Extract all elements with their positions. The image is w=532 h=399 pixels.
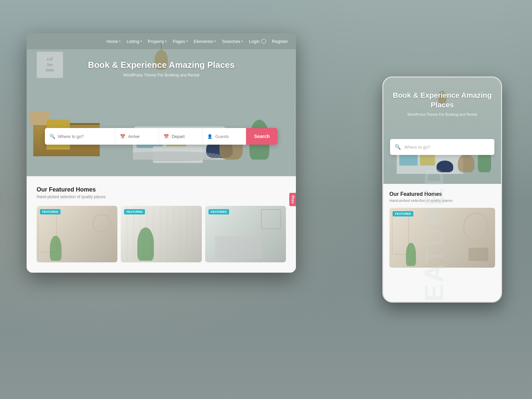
featured-card-3[interactable]: FEATURED bbox=[205, 206, 286, 262]
mobile-search-text: Where to go? bbox=[404, 145, 430, 150]
nav-elementor[interactable]: Elementor ▾ bbox=[194, 39, 216, 44]
featured-badge: FEATURED bbox=[40, 209, 61, 214]
arrive-label: Arrive bbox=[128, 134, 139, 139]
nav-register[interactable]: Register bbox=[272, 39, 288, 44]
featured-title: Our Featured Homes bbox=[37, 186, 286, 193]
card-plant bbox=[50, 236, 62, 261]
chevron-down-icon: ▾ bbox=[186, 40, 188, 43]
nav-listing[interactable]: Listing ▾ bbox=[127, 39, 142, 44]
nav-pages[interactable]: Pages ▾ bbox=[173, 39, 188, 44]
mobile-hero-text: Book & Experience Amazing Places WordPre… bbox=[383, 91, 501, 123]
search-icon: 🔍 bbox=[50, 134, 55, 139]
card-artwork bbox=[261, 209, 281, 229]
calendar-icon: 📅 bbox=[120, 134, 125, 139]
hero-title: Book & Experience Amazing Places bbox=[27, 60, 296, 70]
hero-text-area: Book & Experience Amazing Places WordPre… bbox=[27, 60, 296, 85]
chevron-down-icon: ▾ bbox=[140, 40, 142, 43]
where-input[interactable] bbox=[58, 134, 110, 139]
card-hammock bbox=[89, 211, 112, 237]
chevron-down-icon: ▾ bbox=[214, 40, 216, 43]
featured-card-1[interactable]: FEATURED bbox=[37, 206, 117, 262]
hero-subtitle: WordPress Theme For Booking and Rental bbox=[27, 73, 296, 77]
search-bar: 🔍 📅 Arrive 📅 Depart 👤 Guests Search bbox=[45, 128, 278, 145]
guests-label: Guests bbox=[215, 134, 229, 139]
nav-searches[interactable]: Searches ▾ bbox=[222, 39, 243, 44]
desktop-mockup: coffeetime Ho bbox=[27, 33, 296, 273]
mobile-card-plant bbox=[406, 243, 416, 266]
person-icon: 👤 bbox=[207, 134, 212, 139]
desktop-nav: Home ▾ Listing ▾ Property ▾ Pages ▾ Elem… bbox=[27, 33, 296, 49]
mobile-mockup: Book & Experience Amazing Places WordPre… bbox=[382, 76, 502, 303]
card-chairs bbox=[215, 236, 262, 259]
user-icon bbox=[261, 39, 266, 44]
arrive-field[interactable]: 📅 Arrive bbox=[115, 128, 159, 145]
chevron-down-icon: ▾ bbox=[119, 40, 121, 43]
mobile-featured-section: Our Featured Homes Hand-picked selection… bbox=[383, 184, 501, 302]
mobile-search-bar[interactable]: 🔍 Where to go? bbox=[390, 139, 494, 155]
desktop-featured-section: Our Featured Homes Hand-picked selection… bbox=[27, 176, 296, 273]
guests-field[interactable]: 👤 Guests bbox=[202, 128, 246, 145]
mobile-card-item bbox=[468, 248, 488, 261]
desktop-hero: coffeetime bbox=[27, 33, 296, 176]
featured-grid: FEATURED FEATURED FEATURED bbox=[37, 206, 286, 262]
where-field[interactable]: 🔍 bbox=[45, 128, 115, 145]
featured-badge: FEATURED bbox=[393, 211, 413, 216]
mobile-card-shelf bbox=[392, 211, 409, 254]
nav-home[interactable]: Home ▾ bbox=[106, 39, 121, 44]
featured-badge: FEATURED bbox=[208, 209, 229, 214]
depart-label: Depart bbox=[172, 134, 185, 139]
chevron-down-icon: ▾ bbox=[241, 40, 243, 43]
hero-overlay bbox=[27, 33, 296, 176]
depart-field[interactable]: 📅 Depart bbox=[159, 128, 202, 145]
chevron-down-icon: ▾ bbox=[165, 40, 167, 43]
nav-property[interactable]: Property ▾ bbox=[148, 39, 167, 44]
nav-login[interactable]: Login bbox=[249, 39, 266, 44]
featured-card-2[interactable]: FEATURED bbox=[121, 206, 201, 262]
preview-button[interactable]: Prev bbox=[289, 193, 296, 206]
featured-watermark: FeaTured bbox=[419, 166, 450, 303]
featured-subtitle: Hand-picked selection of quality places bbox=[37, 195, 286, 199]
calendar-icon: 📅 bbox=[164, 134, 169, 139]
nav-items: Home ▾ Listing ▾ Property ▾ Pages ▾ Elem… bbox=[106, 39, 288, 44]
mobile-subtitle: WordPress Theme For Booking and Rental bbox=[390, 112, 494, 116]
mobile-title: Book & Experience Amazing Places bbox=[390, 91, 494, 110]
search-icon: 🔍 bbox=[395, 144, 401, 150]
search-button[interactable]: Search bbox=[246, 128, 278, 145]
featured-badge: FEATURED bbox=[124, 209, 145, 214]
